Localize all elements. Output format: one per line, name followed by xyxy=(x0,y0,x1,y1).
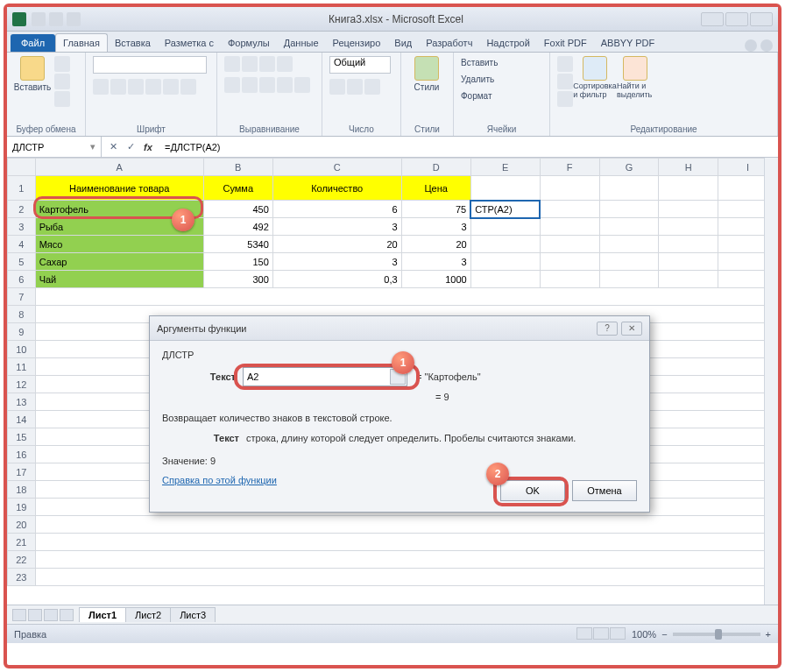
fx-icon[interactable]: fx xyxy=(140,139,156,155)
fill-color-icon[interactable] xyxy=(163,79,179,95)
cell[interactable] xyxy=(599,236,659,253)
col-C[interactable]: C xyxy=(272,159,401,176)
close-button[interactable] xyxy=(750,12,773,26)
cell[interactable] xyxy=(659,201,718,218)
cut-icon[interactable] xyxy=(54,56,70,72)
zoom-in-icon[interactable]: + xyxy=(766,629,771,640)
fill-icon[interactable] xyxy=(557,74,573,89)
cells-format[interactable]: Формат xyxy=(461,89,492,103)
col-H[interactable]: H xyxy=(659,159,718,176)
row-1[interactable]: 1 xyxy=(8,176,36,201)
cell[interactable] xyxy=(540,253,599,271)
align-top-icon[interactable] xyxy=(224,56,240,72)
cell[interactable] xyxy=(35,551,777,569)
row-13[interactable]: 13 xyxy=(8,393,36,411)
styles-button[interactable]: Стили xyxy=(408,56,445,92)
tab-foxit[interactable]: Foxit PDF xyxy=(537,34,594,52)
cell[interactable] xyxy=(470,218,540,236)
row-4[interactable]: 4 xyxy=(8,236,36,253)
comma-icon[interactable] xyxy=(364,79,380,95)
page-layout-view-icon[interactable] xyxy=(593,627,609,640)
align-bot-icon[interactable] xyxy=(259,56,275,72)
row-3[interactable]: 3 xyxy=(8,218,36,236)
row-6[interactable]: 6 xyxy=(8,271,36,288)
sheet-nav-last-icon[interactable] xyxy=(60,609,74,621)
cell[interactable]: 450 xyxy=(203,201,272,218)
dialog-titlebar[interactable]: Аргументы функции ? ✕ xyxy=(150,316,649,341)
cell[interactable] xyxy=(599,271,659,288)
copy-icon[interactable] xyxy=(54,74,70,89)
chevron-down-icon[interactable]: ▾ xyxy=(90,141,95,152)
row-2[interactable]: 2 xyxy=(8,201,36,218)
col-E[interactable]: E xyxy=(470,159,540,176)
tab-insert[interactable]: Вставка xyxy=(108,34,158,52)
align-right-icon[interactable] xyxy=(259,77,275,93)
cell[interactable]: Сахар xyxy=(35,253,203,271)
row-21[interactable]: 21 xyxy=(8,534,36,551)
row-22[interactable]: 22 xyxy=(8,551,36,569)
cell[interactable]: 0,3 xyxy=(272,271,401,288)
row-15[interactable]: 15 xyxy=(8,428,36,446)
bold-icon[interactable] xyxy=(93,79,109,95)
align-left-icon[interactable] xyxy=(224,77,240,93)
col-F[interactable]: F xyxy=(540,159,599,176)
cell[interactable] xyxy=(659,253,718,271)
cell[interactable]: Мясо xyxy=(35,236,203,253)
minimize-button[interactable] xyxy=(701,12,724,26)
cell[interactable] xyxy=(470,176,540,201)
cell[interactable]: 6 xyxy=(272,201,401,218)
find-select-button[interactable]: Найти и выделить xyxy=(617,56,654,100)
cell[interactable] xyxy=(540,218,599,236)
maximize-button[interactable] xyxy=(725,12,748,26)
normal-view-icon[interactable] xyxy=(576,627,592,640)
align-center-icon[interactable] xyxy=(242,77,258,93)
cell[interactable]: Наименование товара xyxy=(35,176,203,201)
cell[interactable]: Количество xyxy=(272,176,401,201)
grid[interactable]: A B C D E F G H I 1 Наименование товара … xyxy=(7,158,778,605)
cell[interactable] xyxy=(35,534,777,551)
undo-icon[interactable] xyxy=(49,12,63,26)
row-16[interactable]: 16 xyxy=(8,446,36,463)
row-14[interactable]: 14 xyxy=(8,411,36,428)
row-18[interactable]: 18 xyxy=(8,481,36,499)
cell[interactable] xyxy=(35,569,777,586)
cell[interactable] xyxy=(659,218,718,236)
tab-file[interactable]: Файл xyxy=(11,34,55,52)
row-5[interactable]: 5 xyxy=(8,253,36,271)
cells-insert[interactable]: Вставить xyxy=(461,56,498,69)
cells-delete[interactable]: Удалить xyxy=(461,73,494,86)
row-19[interactable]: 19 xyxy=(8,499,36,516)
cell[interactable]: Чай xyxy=(35,271,203,288)
cell[interactable]: 3 xyxy=(272,218,401,236)
tab-review[interactable]: Рецензиро xyxy=(326,34,388,52)
arg-text-input[interactable] xyxy=(243,367,407,386)
cell-E2[interactable]: СТР(A2) xyxy=(470,201,540,218)
redo-icon[interactable] xyxy=(67,12,81,26)
row-10[interactable]: 10 xyxy=(8,341,36,358)
cancel-button[interactable]: Отмена xyxy=(572,480,637,501)
page-break-view-icon[interactable] xyxy=(610,627,626,640)
cell[interactable]: 3 xyxy=(401,253,470,271)
cell[interactable] xyxy=(599,218,659,236)
indent-inc-icon[interactable] xyxy=(294,77,310,93)
cell[interactable] xyxy=(35,516,777,534)
accept-formula-icon[interactable]: ✓ xyxy=(123,139,138,155)
cell[interactable] xyxy=(470,271,540,288)
cell[interactable] xyxy=(35,288,777,306)
zoom-out-icon[interactable]: − xyxy=(661,629,667,640)
row-12[interactable]: 12 xyxy=(8,376,36,393)
view-buttons[interactable] xyxy=(576,627,626,641)
cancel-formula-icon[interactable]: ✕ xyxy=(105,139,121,155)
ok-button[interactable]: OK xyxy=(500,480,565,501)
cell[interactable]: 3 xyxy=(272,253,401,271)
cell[interactable]: 1000 xyxy=(401,271,470,288)
autosum-icon[interactable] xyxy=(557,56,573,72)
row-8[interactable]: 8 xyxy=(8,306,36,323)
name-box[interactable]: ДЛСТР ▾ xyxy=(7,137,102,157)
row-9[interactable]: 9 xyxy=(8,323,36,341)
row-23[interactable]: 23 xyxy=(8,569,36,586)
zoom-level[interactable]: 100% xyxy=(632,629,656,640)
tab-view[interactable]: Вид xyxy=(387,34,419,52)
sheet-nav-prev-icon[interactable] xyxy=(28,609,42,621)
cell[interactable] xyxy=(540,236,599,253)
